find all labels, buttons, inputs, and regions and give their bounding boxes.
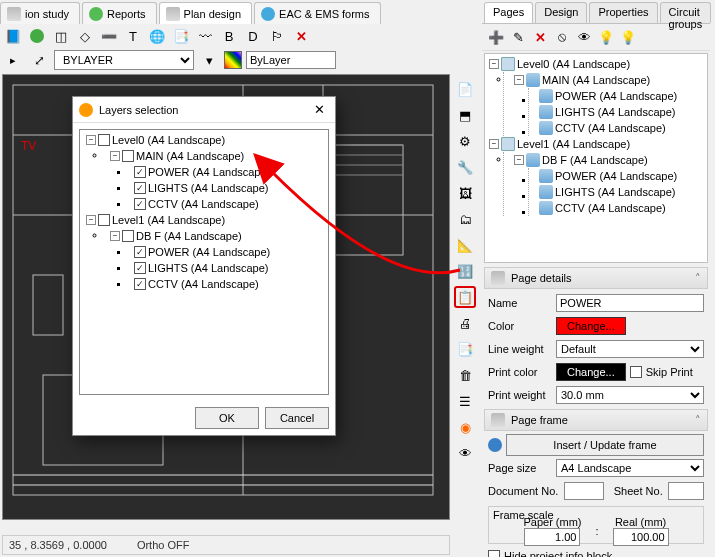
checkbox[interactable] bbox=[134, 278, 146, 290]
name-field[interactable] bbox=[556, 294, 704, 312]
rt-icon-8[interactable]: 🔢 bbox=[454, 260, 476, 282]
delete-icon[interactable]: ✕ bbox=[530, 27, 550, 47]
rt-icon-3[interactable]: ⚙ bbox=[454, 130, 476, 152]
rt-icon-2[interactable]: ⬒ bbox=[454, 104, 476, 126]
tab-ion-study[interactable]: ion study bbox=[0, 2, 80, 24]
tree-node-cctv[interactable]: CCTV (A4 Landscape) bbox=[539, 120, 707, 136]
rt-trash-icon[interactable]: 🗑 bbox=[454, 364, 476, 386]
paper-field[interactable] bbox=[524, 528, 580, 546]
pagesize-select[interactable]: A4 Landscape bbox=[556, 459, 704, 477]
line-style-select[interactable]: BYLAYER bbox=[54, 50, 194, 70]
insert-frame-button[interactable]: Insert / Update frame bbox=[506, 434, 704, 456]
arrow-icon[interactable]: ▸ bbox=[2, 49, 24, 71]
tab-pages[interactable]: Pages bbox=[484, 2, 533, 23]
dialog-tree[interactable]: −Level0 (A4 Landscape) −MAIN (A4 Landsca… bbox=[79, 129, 329, 395]
rt-print-icon[interactable]: 🖨 bbox=[454, 312, 476, 334]
close-icon[interactable]: ✕ bbox=[309, 100, 329, 120]
checkbox[interactable] bbox=[134, 198, 146, 210]
checkbox[interactable] bbox=[134, 166, 146, 178]
checkbox[interactable] bbox=[122, 230, 134, 242]
collapser-icon[interactable]: − bbox=[110, 151, 120, 161]
eye-closed-icon[interactable]: ⦸ bbox=[552, 27, 572, 47]
pages-tree[interactable]: −Level0 (A4 Landscape) −MAIN (A4 Landsca… bbox=[484, 53, 708, 263]
tool-flag-icon[interactable]: 🏳 bbox=[266, 25, 288, 47]
rt-layers-icon[interactable]: 📋 bbox=[454, 286, 476, 308]
tab-plan-design[interactable]: Plan design bbox=[159, 2, 253, 24]
tool-D-icon[interactable]: D bbox=[242, 25, 264, 47]
rainbow-swatch-icon[interactable] bbox=[224, 51, 242, 69]
tree-node-dbf[interactable]: −DB F (A4 Landscape) bbox=[514, 152, 707, 168]
chevron-down-icon[interactable]: ▾ bbox=[198, 49, 220, 71]
collapser-icon[interactable]: − bbox=[514, 155, 524, 165]
tree-node-lights2[interactable]: LIGHTS (A4 Landscape) bbox=[539, 184, 707, 200]
collapser-icon[interactable]: − bbox=[86, 135, 96, 145]
checkbox[interactable] bbox=[122, 150, 134, 162]
print-weight-select[interactable]: 30.0 mm bbox=[556, 386, 704, 404]
tab-eac-ems[interactable]: EAC & EMS forms bbox=[254, 2, 380, 24]
tool-wall-icon[interactable]: ◫ bbox=[50, 25, 72, 47]
tree-node-level0[interactable]: −Level0 (A4 Landscape) bbox=[489, 56, 707, 72]
tree-node-lights[interactable]: LIGHTS (A4 Landscape) bbox=[539, 104, 707, 120]
checkbox[interactable] bbox=[134, 262, 146, 274]
tab-reports[interactable]: Reports bbox=[82, 2, 157, 24]
tree-node-level1[interactable]: −Level1 (A4 Landscape) bbox=[489, 136, 707, 152]
tool-text-icon[interactable]: T bbox=[122, 25, 144, 47]
tool-delete-icon[interactable]: ✕ bbox=[290, 25, 312, 47]
checkbox[interactable] bbox=[98, 214, 110, 226]
tool-layers-icon[interactable]: 📑 bbox=[170, 25, 192, 47]
rt-eye-icon[interactable]: 👁 bbox=[454, 442, 476, 464]
tree-node-main[interactable]: −MAIN (A4 Landscape) bbox=[514, 72, 707, 88]
collapser-icon[interactable]: − bbox=[514, 75, 524, 85]
rt-fridge-icon[interactable]: ☰ bbox=[454, 390, 476, 412]
collapser-icon[interactable]: − bbox=[110, 231, 120, 241]
dialog-titlebar[interactable]: Layers selection ✕ bbox=[73, 97, 335, 123]
rt-icon-4[interactable]: 🔧 bbox=[454, 156, 476, 178]
collapser-icon[interactable]: − bbox=[489, 59, 499, 69]
sheetno-field[interactable] bbox=[668, 482, 704, 500]
line-weight-select[interactable]: Default bbox=[556, 340, 704, 358]
hide-info-checkbox[interactable] bbox=[488, 550, 500, 557]
ok-button[interactable]: OK bbox=[195, 407, 259, 429]
eye-open-icon[interactable]: 👁 bbox=[574, 27, 594, 47]
tool-line-icon[interactable]: ➖ bbox=[98, 25, 120, 47]
collapser-icon[interactable]: − bbox=[489, 139, 499, 149]
tree-node-power2[interactable]: POWER (A4 Landscape) bbox=[539, 168, 707, 184]
tab-design[interactable]: Design bbox=[535, 2, 587, 23]
section-page-frame[interactable]: Page frame ˄ bbox=[484, 409, 708, 431]
checkbox[interactable] bbox=[134, 182, 146, 194]
chevron-up-icon[interactable]: ˄ bbox=[695, 272, 701, 285]
light1-icon[interactable]: 💡 bbox=[596, 27, 616, 47]
tool-globe-icon[interactable]: 🌐 bbox=[146, 25, 168, 47]
size-icon[interactable]: ⤢ bbox=[28, 49, 50, 71]
tool-book-icon[interactable]: 📘 bbox=[2, 25, 24, 47]
tool-cable-icon[interactable]: 〰 bbox=[194, 25, 216, 47]
edit-page-icon[interactable]: ✎ bbox=[508, 27, 528, 47]
rt-icon-5[interactable]: 🖼 bbox=[454, 182, 476, 204]
rt-icon-6[interactable]: 🗂 bbox=[454, 208, 476, 230]
collapser-icon[interactable]: − bbox=[86, 215, 96, 225]
chevron-up-icon[interactable]: ˄ bbox=[695, 414, 701, 427]
layer-name-field[interactable] bbox=[246, 51, 336, 69]
tool-plus-icon[interactable] bbox=[26, 25, 48, 47]
tool-shape-icon[interactable]: ◇ bbox=[74, 25, 96, 47]
tree-node-cctv2[interactable]: CCTV (A4 Landscape) bbox=[539, 200, 707, 216]
rt-fire-icon[interactable]: ◉ bbox=[454, 416, 476, 438]
light2-icon[interactable]: 💡 bbox=[618, 27, 638, 47]
tab-circuit-groups[interactable]: Circuit groups bbox=[660, 2, 712, 23]
checkbox[interactable] bbox=[98, 134, 110, 146]
checkbox[interactable] bbox=[134, 246, 146, 258]
docno-field[interactable] bbox=[564, 482, 604, 500]
tree-node-power[interactable]: POWER (A4 Landscape) bbox=[539, 88, 707, 104]
rt-icon-1[interactable]: 📄 bbox=[454, 78, 476, 100]
cancel-button[interactable]: Cancel bbox=[265, 407, 329, 429]
color-change-button[interactable]: Change... bbox=[556, 317, 626, 335]
add-page-icon[interactable]: ➕ bbox=[486, 27, 506, 47]
tab-properties[interactable]: Properties bbox=[589, 2, 657, 23]
rt-copy-icon[interactable]: 📑 bbox=[454, 338, 476, 360]
section-page-details[interactable]: Page details ˄ bbox=[484, 267, 708, 289]
real-field[interactable] bbox=[613, 528, 669, 546]
rt-icon-7[interactable]: 📐 bbox=[454, 234, 476, 256]
tool-B-icon[interactable]: B bbox=[218, 25, 240, 47]
skip-print-checkbox[interactable] bbox=[630, 366, 642, 378]
printcolor-change-button[interactable]: Change... bbox=[556, 363, 626, 381]
